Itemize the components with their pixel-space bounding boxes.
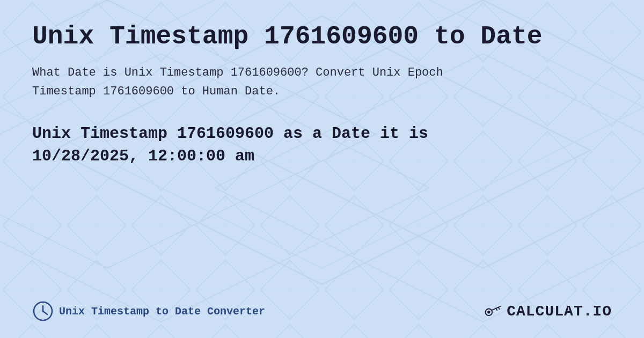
svg-point-17: [42, 311, 44, 312]
description-line1: What Date is Unix Timestamp 1761609600? …: [32, 66, 443, 79]
svg-line-16: [43, 311, 47, 314]
result-line2: 10/28/2025, 12:00:00 am: [32, 147, 254, 165]
footer-left: Unix Timestamp to Date Converter: [32, 300, 265, 322]
svg-point-19: [487, 311, 490, 313]
result-line1: Unix Timestamp 1761609600 as a Date it i…: [32, 124, 428, 143]
svg-line-22: [496, 308, 497, 311]
clock-icon: [32, 300, 54, 322]
description: What Date is Unix Timestamp 1761609600? …: [32, 63, 612, 101]
description-section: What Date is Unix Timestamp 1761609600? …: [32, 63, 612, 117]
result-section: Unix Timestamp 1761609600 as a Date it i…: [32, 122, 612, 167]
logo-text: CALCULAT.IO: [507, 303, 612, 320]
header-section: Unix Timestamp 1761609600 to Date: [32, 21, 612, 63]
svg-line-21: [499, 307, 500, 310]
main-title: Unix Timestamp 1761609600 to Date: [32, 21, 612, 53]
result-text: Unix Timestamp 1761609600 as a Date it i…: [32, 122, 612, 167]
description-line2: Timestamp 1761609600 to Human Date.: [32, 85, 280, 98]
logo-area: CALCULAT.IO: [483, 302, 612, 321]
page-content: Unix Timestamp 1761609600 to Date What D…: [0, 0, 644, 338]
footer: Unix Timestamp to Date Converter CALCULA…: [32, 290, 612, 322]
calculat-icon: [483, 302, 502, 321]
footer-label: Unix Timestamp to Date Converter: [59, 305, 265, 318]
